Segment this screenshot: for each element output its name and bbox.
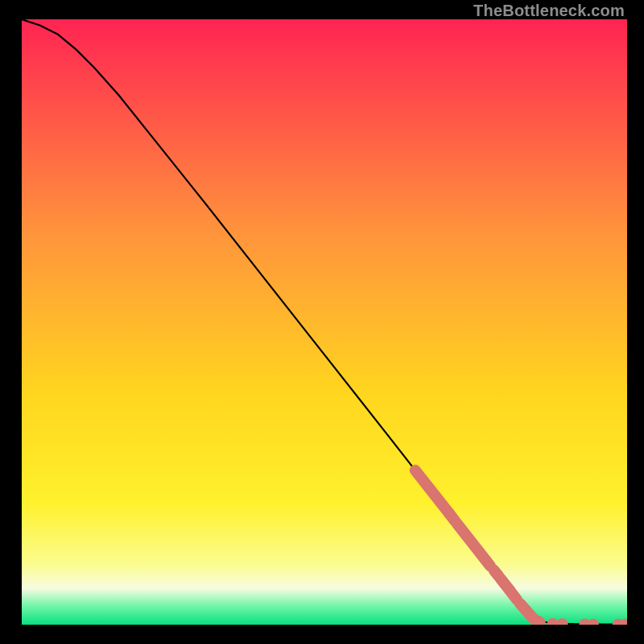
watermark-text: TheBottleneck.com — [473, 2, 625, 20]
marker-segment — [510, 590, 517, 600]
gradient-background — [22, 19, 627, 625]
marker-segment — [535, 620, 540, 622]
chart-stage: TheBottleneck.com — [0, 0, 644, 644]
chart-plot-area — [22, 19, 627, 625]
chart-svg — [22, 19, 627, 625]
